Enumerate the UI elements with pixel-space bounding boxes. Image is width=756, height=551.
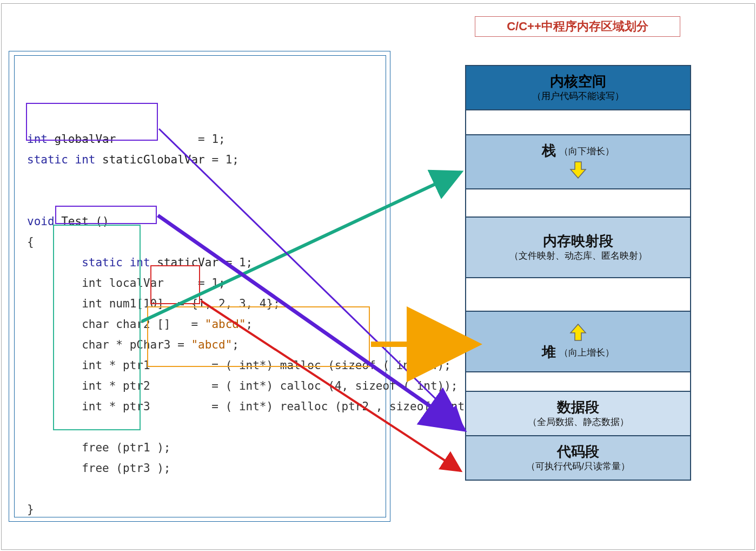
gap-2 [466, 188, 690, 217]
arrow-down-icon [567, 160, 589, 181]
region-mmap: 内存映射段 （文件映射、动态库、匿名映射） [466, 217, 690, 277]
diagram-title: C/C++中程序内存区域划分 [475, 16, 680, 37]
memory-layout: 内核空间 （用户代码不能读写） 栈 （向下增长） 内存映射段 （文件映射、动态库… [465, 65, 691, 481]
var-staticGlobalVar: staticGlobalVar [102, 153, 205, 166]
region-heap-sub: （向上增长） [559, 347, 614, 358]
highlight-strings-box [150, 265, 200, 304]
gap-4 [466, 371, 690, 391]
region-data-sub: （全局数据、静态数据） [528, 417, 629, 428]
highlight-heap-alloc-box [147, 306, 370, 367]
line-free1: free (ptr1 ); [27, 441, 171, 454]
region-data: 数据段 （全局数据、静态数据） [466, 391, 690, 435]
gap-3 [466, 277, 690, 311]
region-heap: 堆 （向上增长） [466, 311, 690, 371]
region-kernel: 内核空间 （用户代码不能读写） [466, 66, 690, 109]
brace-open: { [27, 235, 34, 248]
region-code: 代码段 （可执行代码/只读常量） [466, 435, 690, 480]
region-kernel-title: 内核空间 [550, 73, 606, 90]
region-stack: 栈 （向下增长） [466, 134, 690, 188]
region-mmap-sub: （文件映射、动态库、匿名映射） [509, 251, 647, 261]
highlight-staticVar-box [55, 206, 157, 224]
region-mmap-title: 内存映射段 [543, 233, 613, 250]
region-code-sub: （可执行代码/只读常量） [526, 461, 630, 472]
region-kernel-sub: （用户代码不能读写） [532, 91, 624, 102]
line-free2: free (ptr3 ); [27, 462, 171, 475]
gap-1 [466, 109, 690, 134]
kw-static-int: static int [27, 153, 102, 166]
region-data-title: 数据段 [557, 399, 599, 416]
region-stack-sub: （向下增长） [559, 146, 614, 157]
arrow-up-icon [567, 322, 589, 344]
highlight-globals-box [26, 103, 158, 141]
region-heap-title: 堆 [542, 344, 556, 360]
highlight-locals-box [53, 225, 141, 430]
region-stack-title: 栈 [542, 142, 556, 159]
region-code-title: 代码段 [557, 443, 599, 460]
brace-close: } [27, 503, 34, 516]
